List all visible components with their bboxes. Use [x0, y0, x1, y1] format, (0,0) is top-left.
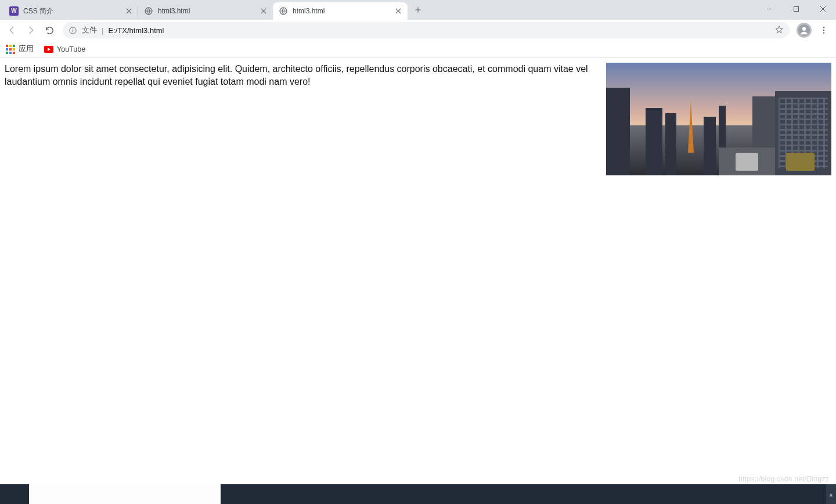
site-info-icon[interactable]: [69, 26, 77, 35]
tab-close-button[interactable]: [124, 6, 134, 16]
tab-title: html3.html: [158, 7, 259, 15]
favicon-w-icon: W: [9, 6, 19, 16]
bookmark-star-icon[interactable]: [774, 25, 784, 36]
bookmarks-bar: 应用 YouTube: [0, 41, 836, 58]
svg-point-6: [802, 27, 806, 31]
bookmark-apps[interactable]: 应用: [6, 44, 34, 54]
back-button[interactable]: [3, 21, 21, 39]
address-bar[interactable]: 文件 | E:/TX/html3.html: [63, 22, 790, 38]
tab-close-button[interactable]: [394, 6, 403, 16]
url-prefix: 文件: [82, 25, 97, 35]
bookmark-label: YouTube: [57, 45, 85, 53]
floated-image: [606, 63, 831, 175]
reload-button[interactable]: [41, 21, 58, 39]
tab-close-button[interactable]: [259, 6, 268, 16]
windows-taskbar[interactable]: ▲: [0, 484, 836, 504]
chrome-menu-button[interactable]: [815, 21, 833, 39]
tab-css-intro[interactable]: W CSS 简介: [3, 2, 138, 20]
apps-grid-icon: [6, 45, 15, 54]
tab-html3-1[interactable]: html3.html: [138, 2, 273, 20]
svg-point-4: [73, 28, 74, 30]
window-controls: [756, 0, 836, 20]
profile-avatar-button[interactable]: [797, 23, 812, 38]
forward-button[interactable]: [22, 21, 39, 39]
window-maximize-button[interactable]: [783, 0, 809, 17]
page-viewport: Lorem ipsum dolor sit amet consectetur, …: [0, 58, 836, 484]
url-text: E:/TX/html3.html: [108, 26, 770, 35]
new-tab-button[interactable]: [410, 2, 426, 18]
tab-title: CSS 简介: [23, 6, 124, 16]
svg-point-8: [823, 30, 824, 31]
svg-point-9: [823, 32, 824, 33]
browser-toolbar: 文件 | E:/TX/html3.html: [0, 20, 836, 41]
youtube-icon: [44, 46, 53, 53]
globe-icon: [144, 6, 153, 16]
tab-title: html3.html: [293, 7, 394, 15]
tab-html3-2-active[interactable]: html3.html: [273, 2, 408, 20]
taskbar-search[interactable]: [29, 484, 221, 504]
watermark-text: https://blog.csdn.net/Dingzz: [738, 475, 829, 483]
globe-icon: [279, 6, 288, 16]
window-minimize-button[interactable]: [756, 0, 783, 17]
url-separator: |: [102, 26, 103, 35]
tab-strip: W CSS 简介 html3.html html3.html: [0, 0, 836, 20]
bookmark-youtube[interactable]: YouTube: [44, 45, 85, 53]
bookmark-label: 应用: [19, 44, 34, 54]
svg-rect-2: [794, 6, 798, 11]
window-close-button[interactable]: [809, 0, 836, 17]
svg-point-7: [823, 27, 824, 28]
taskbar-scroll-up-icon[interactable]: ▲: [826, 484, 836, 504]
